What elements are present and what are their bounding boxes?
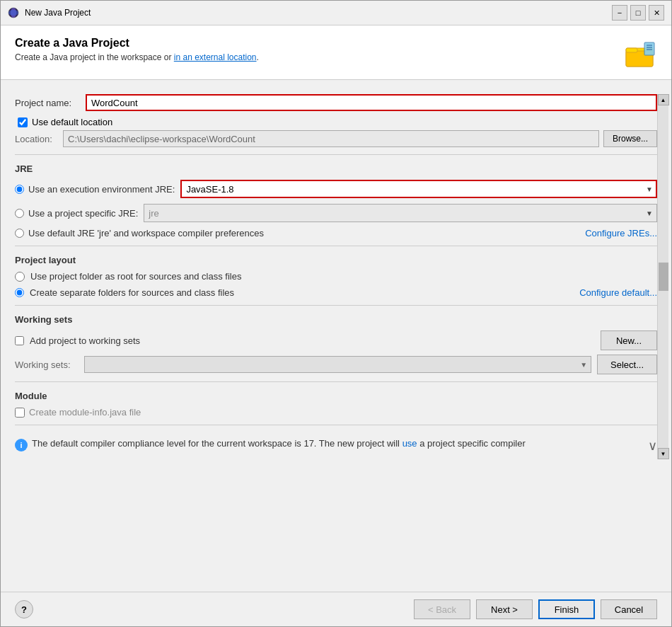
scroll-thumb [659,263,668,291]
jre-option2-label[interactable]: Use a project specific JRE: [28,208,138,219]
working-sets-new-button[interactable]: New... [601,330,657,350]
svg-point-2 [8,10,18,16]
browse-button[interactable]: Browse... [603,130,657,147]
working-sets-section-label: Working sets [15,314,657,325]
dialog-content: ▲ ▼ Project name: Use default location L… [1,80,671,592]
jre-dropdown-container: JavaSE-1.8 ▼ [180,180,657,198]
location-input[interactable] [63,130,599,147]
use-default-location-label[interactable]: Use default location [32,117,112,127]
jre2-dropdown-container: jre ▼ [144,204,657,222]
title-bar-left: New Java Project [8,7,91,18]
info-text-content: The default compiler compliance level fo… [32,438,402,449]
create-module-info-checkbox[interactable] [15,408,25,418]
header-desc-prefix: Create a Java project in the workspace o… [15,52,174,62]
add-to-working-sets-checkbox[interactable] [15,336,24,345]
layout-option1-radio[interactable] [15,272,25,282]
layout-option2-label[interactable]: Create separate folders for sources and … [30,287,579,298]
info-row: i The default compiler compliance level … [15,432,657,459]
dialog-title: Create a Java Project [15,37,259,50]
jre-option3-radio[interactable] [15,229,24,238]
working-sets-label: Working sets: [15,359,79,370]
back-button[interactable]: < Back [414,599,470,619]
jre-option2-row: Use a project specific JRE: jre ▼ [15,204,657,222]
jre-option3-label[interactable]: Use default JRE 'jre' and workspace comp… [28,228,585,238]
next-button[interactable]: Next > [476,599,533,619]
working-sets-input-container: ▼ [84,356,591,373]
divider-1 [15,154,657,155]
jre-option1-row: Use an execution environment JRE: JavaSE… [15,180,657,198]
divider-3 [15,305,657,306]
help-button[interactable]: ? [15,600,33,619]
scroll-up-btn[interactable]: ▲ [658,94,669,105]
project-name-input[interactable] [86,94,657,111]
layout-option2-row: Create separate folders for sources and … [15,287,657,298]
cancel-button[interactable]: Cancel [601,599,657,619]
header-desc-link[interactable]: in an external location [174,52,257,62]
location-row: Location: Browse... [15,130,657,147]
working-sets-select-button[interactable]: Select... [597,355,657,374]
create-module-info-label[interactable]: Create module-info.java file [29,407,141,418]
module-section-label: Module [15,391,657,401]
working-sets-input[interactable] [84,356,591,373]
use-default-location-checkbox[interactable] [18,117,28,127]
info-icon: i [15,439,28,451]
footer-left: ? [15,600,33,619]
jre-option1-radio[interactable] [15,185,24,194]
project-name-label: Project name: [15,98,86,108]
footer-buttons: < Back Next > Finish Cancel [414,599,657,619]
jre-dropdown[interactable]: JavaSE-1.8 [180,180,657,198]
location-label: Location: [15,134,59,144]
use-default-location-row: Use default location [18,117,657,127]
header-text: Create a Java Project Create a Java proj… [15,37,259,62]
info-expand-icon[interactable]: ∨ [648,438,657,454]
svg-rect-5 [626,48,637,52]
scroll-down-btn[interactable]: ▼ [658,448,669,459]
scrollbar[interactable]: ▲ ▼ [657,94,668,459]
header-desc-suffix: . [257,52,259,62]
dialog-header: Create a Java Project Create a Java proj… [1,25,671,80]
info-text-use: use [402,438,417,449]
info-text-rest: a project specific compiler [417,438,526,449]
minimize-button[interactable]: − [612,5,627,21]
divider-2 [15,246,657,246]
svg-rect-6 [644,42,654,55]
divider-4 [15,381,657,382]
close-button[interactable]: ✕ [649,5,664,21]
dialog-footer: ? < Back Next > Finish Cancel [1,592,671,626]
layout-option1-label[interactable]: Use project folder as root for sources a… [30,271,241,282]
configure-default-link[interactable]: Configure default... [579,287,657,298]
title-bar: New Java Project − □ ✕ [1,1,671,25]
info-text: The default compiler compliance level fo… [32,438,639,449]
working-sets-add-row: Add project to working sets New... [15,330,657,350]
title-bar-controls: − □ ✕ [612,5,664,21]
header-description: Create a Java project in the workspace o… [15,52,259,62]
layout-option2-radio[interactable] [15,288,24,297]
jre-section-label: JRE [15,163,657,174]
jre2-dropdown[interactable]: jre [144,204,657,222]
configure-jres-link[interactable]: Configure JREs... [585,228,657,238]
project-layout-section-label: Project layout [15,255,657,265]
jre-option3-row: Use default JRE 'jre' and workspace comp… [15,228,657,238]
add-to-working-sets-label[interactable]: Add project to working sets [30,335,595,346]
divider-5 [15,425,657,425]
module-checkbox-row: Create module-info.java file [15,407,657,418]
jre-option1-label[interactable]: Use an execution environment JRE: [28,184,175,195]
project-name-row: Project name: [15,94,657,111]
jre-option2-radio[interactable] [15,209,24,218]
maximize-button[interactable]: □ [630,5,646,21]
module-section: Module Create module-info.java file [15,391,657,418]
layout-option1-row: Use project folder as root for sources a… [15,271,657,282]
new-project-icon [623,37,657,71]
finish-button[interactable]: Finish [538,599,595,619]
title-bar-title: New Java Project [25,8,91,18]
eclipse-icon [8,7,19,18]
new-java-project-dialog: New Java Project − □ ✕ Create a Java Pro… [0,0,672,627]
working-sets-select-row: Working sets: ▼ Select... [15,355,657,374]
